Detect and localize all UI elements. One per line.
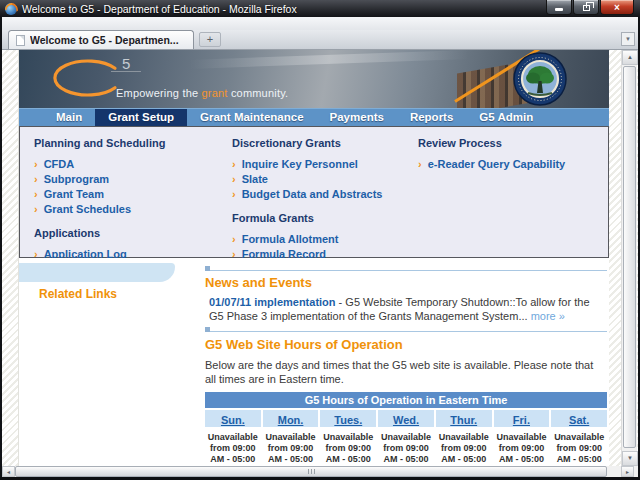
divider-square-icon bbox=[205, 266, 210, 271]
arrow-icon: › bbox=[34, 157, 38, 172]
day-link[interactable]: Sun. bbox=[221, 414, 245, 426]
menu-link-label: Grant Schedules bbox=[44, 202, 131, 217]
vertical-scrollbar-thumb[interactable] bbox=[623, 66, 636, 448]
nav-grant-setup[interactable]: Grant Setup bbox=[95, 109, 187, 126]
menu-link-e-reader-query-capability[interactable]: ›e-Reader Query Capability bbox=[418, 157, 608, 172]
scrollbar-grip-icon bbox=[311, 469, 312, 474]
menu-column-3: Review Process ›e-Reader Query Capabilit… bbox=[404, 127, 608, 257]
new-tab-button[interactable]: + bbox=[199, 32, 221, 47]
menu-strip bbox=[2, 17, 638, 30]
day-link[interactable]: Mon. bbox=[278, 414, 304, 426]
scroll-left-button[interactable]: ◄ bbox=[2, 466, 15, 477]
menu-column-2: Discretionary Grants ›Inquire Key Person… bbox=[218, 127, 404, 257]
nav-g5-admin[interactable]: G5 Admin bbox=[466, 109, 546, 126]
arrow-icon: › bbox=[232, 187, 236, 202]
day-header-sat: Sat. bbox=[551, 410, 607, 427]
arrow-icon: › bbox=[418, 157, 422, 172]
nav-payments[interactable]: Payments bbox=[317, 109, 397, 126]
arrow-icon: › bbox=[232, 157, 236, 172]
section-divider bbox=[205, 331, 607, 332]
menu-link-inquire-key-personnel[interactable]: ›Inquire Key Personnel bbox=[232, 157, 404, 172]
svg-text:5: 5 bbox=[122, 55, 130, 72]
site-banner: 5 Empowering the grant community. bbox=[19, 50, 609, 108]
menu-heading-formula-grants: Formula Grants bbox=[232, 212, 404, 224]
horizontal-scrollbar-thumb[interactable] bbox=[15, 466, 607, 477]
day-header-tues: Tues. bbox=[320, 410, 376, 427]
menu-link-cfda[interactable]: ›CFDA bbox=[34, 157, 218, 172]
page-viewport: 5 Empowering the grant community. Main G… bbox=[2, 50, 638, 466]
restore-button[interactable] bbox=[573, 0, 599, 15]
arrow-icon: › bbox=[232, 232, 236, 247]
page-content: 5 Empowering the grant community. Main G… bbox=[18, 50, 608, 466]
minimize-button[interactable] bbox=[546, 0, 572, 15]
menu-heading-applications: Applications bbox=[34, 227, 218, 239]
related-links-title: Related Links bbox=[39, 287, 117, 301]
day-link[interactable]: Sat. bbox=[569, 414, 589, 426]
sidebar-header-shape bbox=[19, 263, 175, 282]
tagline: Empowering the grant community. bbox=[116, 87, 288, 99]
main-navigation: Main Grant Setup Grant Maintenance Payme… bbox=[19, 108, 609, 126]
scroll-up-button[interactable]: ▲ bbox=[622, 50, 638, 65]
day-link[interactable]: Thur. bbox=[450, 414, 477, 426]
hours-table-day-row: Sun. Mon. Tues. Wed. Thur. Fri. Sat. bbox=[205, 410, 607, 427]
menu-column-1: Planning and Scheduling ›CFDA ›Subprogra… bbox=[20, 127, 218, 257]
menu-link-label: e-Reader Query Capability bbox=[428, 157, 566, 172]
divider-square-icon bbox=[205, 327, 210, 332]
day-link[interactable]: Tues. bbox=[334, 414, 362, 426]
tagline-post: community. bbox=[228, 87, 289, 99]
menu-link-formula-allotment[interactable]: ›Formula Allotment bbox=[232, 232, 404, 247]
scroll-right-button[interactable]: ► bbox=[621, 466, 634, 477]
arrow-icon: › bbox=[232, 172, 236, 187]
menu-link-subprogram[interactable]: ›Subprogram bbox=[34, 172, 218, 187]
menu-link-label: Inquire Key Personnel bbox=[242, 157, 358, 172]
day-header-fri: Fri. bbox=[494, 410, 550, 427]
window-titlebar[interactable]: Welcome to G5 - Department of Education … bbox=[0, 0, 640, 17]
menu-link-label: CFDA bbox=[44, 157, 75, 172]
day-header-mon: Mon. bbox=[263, 410, 319, 427]
menu-link-grant-schedules[interactable]: ›Grant Schedules bbox=[34, 202, 218, 217]
menu-link-label: Slate bbox=[242, 172, 268, 187]
menu-link-grant-team[interactable]: ›Grant Team bbox=[34, 187, 218, 202]
list-all-tabs-button[interactable]: ▼ bbox=[621, 32, 635, 46]
news-item-separator: - bbox=[336, 296, 346, 308]
vertical-scrollbar[interactable]: ▲ ▼ bbox=[621, 50, 637, 466]
section-divider bbox=[205, 270, 607, 271]
restore-icon bbox=[583, 5, 590, 11]
department-of-education-seal-icon bbox=[511, 51, 569, 108]
nav-grant-maintenance[interactable]: Grant Maintenance bbox=[187, 109, 317, 126]
day-link[interactable]: Wed. bbox=[393, 414, 419, 426]
tab-label: Welcome to G5 - Departmen... bbox=[30, 34, 179, 46]
news-and-events-heading: News and Events bbox=[205, 275, 607, 290]
day-header-thur: Thur. bbox=[436, 410, 492, 427]
window-title: Welcome to G5 - Department of Education … bbox=[22, 3, 297, 15]
grant-setup-menu-panel: Planning and Scheduling ›CFDA ›Subprogra… bbox=[19, 126, 609, 258]
window-controls: × bbox=[545, 0, 634, 15]
day-header-sun: Sun. bbox=[205, 410, 261, 427]
scroll-down-button[interactable]: ▼ bbox=[622, 451, 638, 466]
firefox-icon bbox=[5, 3, 17, 15]
nav-main[interactable]: Main bbox=[43, 109, 95, 126]
menu-link-label: Formula Allotment bbox=[242, 232, 339, 247]
menu-link-label: Subprogram bbox=[44, 172, 109, 187]
tab-welcome-to-g5[interactable]: Welcome to G5 - Departmen... bbox=[8, 30, 194, 49]
hours-intro-text: Below are the days and times that the G5… bbox=[205, 359, 607, 386]
day-link[interactable]: Fri. bbox=[513, 414, 530, 426]
close-icon: × bbox=[614, 1, 620, 14]
close-button[interactable]: × bbox=[600, 0, 634, 15]
tagline-pre: Empowering the bbox=[116, 87, 202, 99]
nav-reports[interactable]: Reports bbox=[397, 109, 466, 126]
arrow-icon: › bbox=[34, 172, 38, 187]
menu-heading-discretionary-grants: Discretionary Grants bbox=[232, 137, 404, 149]
news-item-link[interactable]: 01/07/11 implementation bbox=[209, 296, 336, 308]
menu-link-budget-data-and-abstracts[interactable]: ›Budget Data and Abstracts bbox=[232, 187, 404, 202]
day-header-wed: Wed. bbox=[378, 410, 434, 427]
menu-link-label: Budget Data and Abstracts bbox=[242, 187, 383, 202]
main-column: News and Events 01/07/11 implementation … bbox=[205, 258, 607, 466]
page-body: Related Links News and Events 01/07/11 i… bbox=[19, 258, 609, 466]
horizontal-scrollbar[interactable]: ◄ ► bbox=[2, 466, 638, 477]
menu-link-slate[interactable]: ›Slate bbox=[232, 172, 404, 187]
more-link[interactable]: more » bbox=[531, 310, 565, 322]
tab-bar: Welcome to G5 - Departmen... + ▼ bbox=[2, 30, 638, 50]
page-icon bbox=[16, 35, 25, 46]
news-item: 01/07/11 implementation - G5 Website Tem… bbox=[209, 296, 607, 323]
